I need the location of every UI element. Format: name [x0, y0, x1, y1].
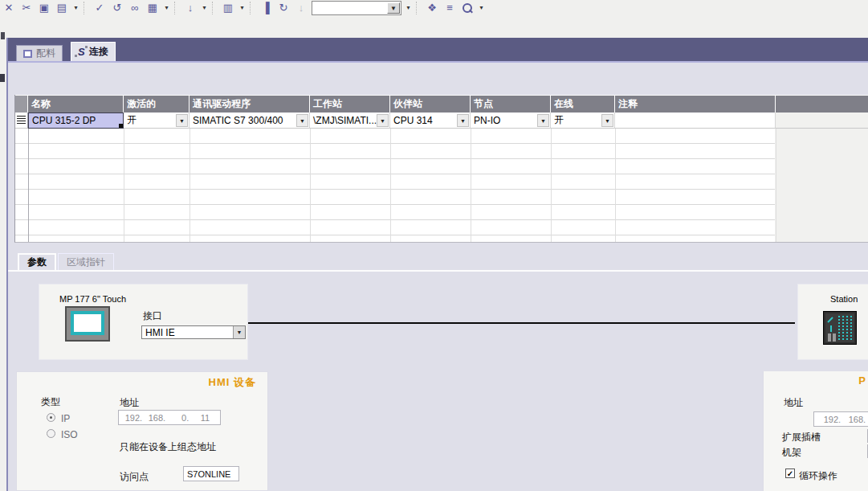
chevron-down-icon[interactable]: ▼	[233, 326, 245, 338]
dock-tab-fragment	[0, 74, 5, 82]
table-row[interactable]	[15, 144, 868, 159]
tab-area-pointer-label: 区域指针	[67, 256, 105, 269]
hmi-device-settings-panel: HMI 设备 类型 IP ISO 地址 192. 168. 0. 11 只能在设…	[16, 371, 268, 491]
chevron-down-icon[interactable]: ▼	[601, 114, 613, 127]
cut-icon[interactable]: ✂	[18, 1, 35, 15]
interface-value: HMI IE	[142, 327, 233, 338]
list-icon[interactable]: ≡	[441, 1, 458, 15]
toolbar-separator	[212, 2, 217, 14]
select-all-corner[interactable]	[15, 96, 28, 113]
zoom-icon[interactable]	[458, 2, 476, 14]
access-point-field[interactable]: S7ONLINE	[183, 466, 239, 481]
cell-node[interactable]: PN-IO ▼	[471, 113, 551, 129]
editor-workspace: 配料 S 连接 名称 激活的 通讯驱动程序 工作站 伙伴站 节点 在线 注释 C…	[6, 38, 868, 491]
table-row[interactable]	[15, 129, 868, 144]
connection-name-value: CPU 315-2 DP	[29, 115, 123, 126]
radio-ip[interactable]	[47, 413, 55, 422]
paste-dropdown-icon[interactable]: ▾	[71, 1, 81, 15]
plc-ip-address-field[interactable]: 192. 168.	[813, 411, 868, 427]
toolbar-separator	[84, 2, 88, 14]
plc-settings-panel: P 地址 192. 168. 扩展插槽 机架 ✓ 循环操作	[763, 371, 868, 491]
column-header-name[interactable]: 名称	[28, 96, 124, 113]
cyclic-operation-checkbox[interactable]: ✓	[785, 468, 795, 478]
tab-connections[interactable]: S 连接	[71, 42, 116, 61]
ip-octet-2: 168	[142, 413, 163, 423]
find-icon[interactable]: ▥	[219, 1, 237, 15]
s7-connection-icon: S	[78, 46, 85, 58]
expansion-slot-label: 扩展插槽	[782, 431, 821, 444]
delete-icon[interactable]: ✕	[0, 1, 18, 15]
online-value: 开	[551, 113, 601, 127]
tab-area-pointer[interactable]: 区域指针	[58, 253, 114, 270]
network-connection-line	[248, 322, 795, 324]
station-preview-panel: Station	[797, 284, 868, 360]
station-label: Station	[830, 294, 858, 304]
check-icon[interactable]: ✓	[91, 1, 108, 15]
tab-recipes[interactable]: 配料	[16, 45, 63, 61]
address-label: 地址	[120, 396, 139, 410]
dock-tab-fragment	[1, 32, 5, 39]
column-header-partner[interactable]: 伙伴站	[390, 96, 471, 113]
cell-station[interactable]: \ZMJ\SIMATI... ▼	[310, 113, 390, 129]
paste-icon[interactable]: ▤	[53, 1, 71, 15]
cell-online[interactable]: 开 ▼	[551, 113, 615, 129]
cell-comment[interactable]	[615, 113, 776, 129]
table-empty-area[interactable]	[15, 129, 868, 242]
cross-reference-icon[interactable]: ∞	[126, 1, 144, 15]
column-header-node[interactable]: 节点	[471, 96, 551, 113]
chevron-down-icon[interactable]: ▼	[537, 114, 549, 127]
node-value: PN-IO	[471, 115, 537, 126]
generate-icon[interactable]: ↺	[108, 1, 126, 15]
interface-combobox[interactable]: HMI IE ▼	[141, 325, 246, 339]
tab-parameters-label: 参数	[27, 256, 47, 269]
column-header-driver[interactable]: 通讯驱动程序	[189, 96, 310, 113]
chevron-down-icon[interactable]: ▼	[387, 2, 400, 14]
copy-icon[interactable]: ▣	[35, 1, 53, 15]
chevron-down-icon[interactable]: ▼	[377, 114, 389, 127]
column-header-station[interactable]: 工作站	[310, 96, 390, 113]
interface-label: 接口	[143, 309, 162, 323]
rename-icon[interactable]: ▦	[144, 1, 161, 15]
stamp-icon[interactable]: ❖	[423, 1, 441, 15]
sort-descending-icon[interactable]: ↓	[181, 1, 199, 15]
cell-connection-name[interactable]: CPU 315-2 DP	[28, 113, 124, 129]
table-row[interactable]	[15, 174, 868, 190]
sync-icon[interactable]: ↻	[275, 1, 292, 15]
rename-dropdown-icon[interactable]: ▾	[161, 1, 172, 15]
bookmark-icon[interactable]: ▐	[257, 1, 275, 15]
table-row[interactable]	[15, 159, 868, 174]
combo-dropdown-icon[interactable]: ▾	[403, 1, 414, 15]
cell-partner[interactable]: CPU 314 ▼	[390, 113, 471, 129]
fill-handle[interactable]	[119, 124, 123, 128]
column-header-comment[interactable]: 注释	[615, 96, 776, 113]
tab-connections-label: 连接	[89, 45, 108, 59]
cell-active[interactable]: 开 ▼	[124, 113, 189, 129]
radio-iso[interactable]	[47, 429, 55, 438]
hmi-panel-title: HMI 设备	[209, 375, 256, 390]
chevron-down-icon[interactable]: ▼	[296, 114, 308, 127]
find-dropdown-icon[interactable]: ▾	[237, 1, 247, 15]
column-header-filler	[776, 96, 868, 113]
ip-address-field[interactable]: 192. 168. 0. 11	[118, 410, 221, 425]
access-point-value: S7ONLINE	[187, 469, 230, 479]
tab-parameters[interactable]: 参数	[18, 253, 56, 270]
sort-dropdown-icon[interactable]: ▾	[199, 1, 210, 15]
table-tail-background	[775, 129, 868, 242]
ip-octet-1: 192	[119, 413, 140, 423]
zoom-dropdown-icon[interactable]: ▾	[476, 1, 487, 15]
toolbar-search-combobox[interactable]: ▼	[312, 1, 401, 15]
column-header-online[interactable]: 在线	[551, 96, 615, 113]
hmi-panel-icon	[65, 306, 110, 342]
connections-table: 名称 激活的 通讯驱动程序 工作站 伙伴站 节点 在线 注释 CPU 315-2…	[14, 95, 868, 243]
chevron-down-icon[interactable]: ▼	[457, 114, 469, 127]
table-row: CPU 315-2 DP 开 ▼ SIMATIC S7 300/400 ▼ \Z…	[15, 113, 868, 129]
column-header-active[interactable]: 激活的	[124, 96, 189, 113]
radio-ip-label: IP	[61, 413, 70, 424]
table-row[interactable]	[15, 190, 868, 205]
plc-panel-title: P	[858, 374, 866, 387]
cell-driver[interactable]: SIMATIC S7 300/400 ▼	[189, 113, 310, 129]
chevron-down-icon[interactable]: ▼	[176, 114, 188, 127]
row-selector[interactable]	[15, 113, 28, 129]
table-row[interactable]	[15, 205, 868, 220]
table-row[interactable]	[15, 220, 868, 235]
